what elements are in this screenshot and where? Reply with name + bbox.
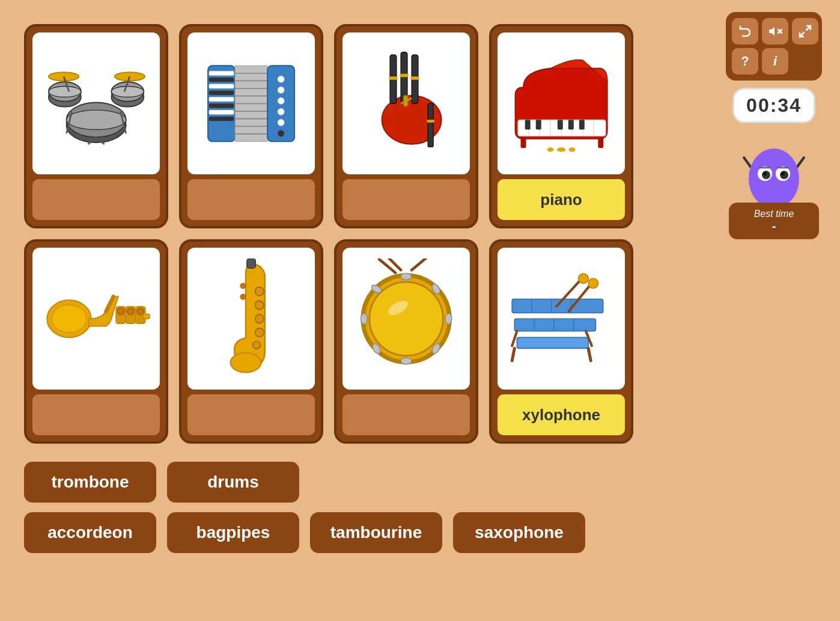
svg-point-82	[255, 301, 264, 310]
svg-rect-47	[428, 103, 433, 147]
word-bank: trombone drums accordeon bagpipes tambou…	[24, 462, 816, 553]
svg-point-90	[370, 282, 443, 356]
svg-point-2	[66, 110, 126, 129]
svg-point-8	[111, 86, 144, 97]
svg-point-86	[240, 283, 246, 289]
trumpet-image	[32, 248, 160, 390]
svg-rect-22	[209, 97, 234, 101]
info-button[interactable]: i	[762, 48, 788, 75]
tambourine-card[interactable]	[334, 239, 478, 444]
svg-point-40	[278, 108, 284, 115]
bagpipes-word[interactable]: bagpipes	[167, 512, 299, 553]
trumpet-card-label	[32, 394, 160, 435]
piano-image	[498, 32, 625, 174]
svg-rect-105	[517, 337, 588, 348]
svg-point-39	[278, 97, 284, 104]
sidebar: ? i 00:34 Best time -	[726, 12, 822, 239]
mascot-icon	[738, 130, 810, 209]
svg-point-131	[763, 172, 767, 176]
svg-point-77	[127, 308, 134, 314]
bagpipes-card[interactable]	[334, 24, 478, 228]
svg-point-83	[255, 314, 264, 323]
saxophone-card[interactable]	[179, 239, 323, 444]
saxophone-image	[187, 248, 315, 390]
controls-panel: ? i	[726, 12, 822, 81]
svg-rect-19	[209, 78, 234, 82]
svg-point-84	[255, 328, 264, 337]
svg-rect-24	[209, 110, 234, 114]
svg-rect-65	[568, 120, 574, 129]
svg-rect-48	[389, 76, 397, 79]
svg-rect-67	[520, 137, 526, 148]
svg-rect-63	[536, 120, 541, 129]
svg-point-80	[230, 353, 261, 373]
word-row-1: trombone drums	[24, 462, 816, 503]
xylophone-card[interactable]: xylophone	[489, 239, 633, 444]
svg-point-42	[278, 130, 284, 136]
help-button[interactable]: ?	[732, 48, 758, 75]
svg-rect-50	[410, 76, 419, 79]
bagpipes-card-label	[342, 179, 470, 220]
drums-image	[32, 32, 160, 174]
svg-line-116	[512, 348, 514, 360]
svg-point-5	[49, 86, 81, 97]
svg-rect-49	[400, 73, 408, 76]
svg-point-37	[278, 76, 284, 82]
main-area: piano	[0, 0, 840, 565]
drums-word[interactable]: drums	[167, 462, 299, 503]
mascot-area: Best time -	[729, 130, 819, 239]
svg-point-75	[117, 308, 124, 314]
svg-rect-64	[558, 120, 563, 129]
word-row-2: accordeon bagpipes tambourine saxophone	[24, 512, 816, 553]
trombone-word[interactable]: trombone	[24, 462, 156, 503]
svg-rect-104	[514, 319, 595, 331]
svg-point-115	[588, 278, 598, 288]
svg-point-94	[445, 313, 452, 324]
accordion-card[interactable]	[179, 24, 323, 228]
svg-point-92	[401, 273, 412, 280]
undo-button[interactable]	[732, 18, 758, 44]
svg-rect-18	[209, 71, 234, 75]
accordion-card-label	[187, 179, 315, 220]
svg-rect-51	[427, 120, 434, 123]
svg-point-81	[255, 287, 264, 296]
saxophone-word[interactable]: saxophone	[453, 512, 585, 553]
best-time-value: -	[741, 219, 807, 233]
svg-point-41	[278, 119, 284, 126]
svg-point-73	[52, 305, 86, 332]
svg-rect-88	[247, 258, 256, 268]
trumpet-card[interactable]	[24, 239, 168, 444]
svg-point-96	[401, 358, 412, 364]
svg-line-118	[512, 331, 517, 346]
svg-rect-20	[209, 84, 234, 88]
timer-display: 00:34	[732, 88, 815, 123]
best-time-label: Best time	[741, 209, 807, 219]
svg-point-71	[569, 147, 576, 151]
svg-line-117	[588, 348, 591, 360]
fullscreen-button[interactable]	[792, 18, 818, 44]
accordion-image	[187, 32, 315, 174]
saxophone-card-label	[187, 394, 315, 435]
svg-rect-21	[209, 90, 234, 94]
drums-card-label	[32, 179, 160, 220]
piano-card[interactable]: piano	[489, 24, 633, 228]
svg-point-126	[749, 148, 799, 209]
svg-rect-25	[209, 117, 234, 121]
svg-point-70	[547, 147, 554, 151]
xylophone-card-label: xylophone	[498, 394, 625, 435]
tambourine-word[interactable]: tambourine	[310, 512, 442, 553]
accordeon-word[interactable]: accordeon	[24, 512, 156, 553]
svg-point-69	[557, 147, 565, 151]
svg-line-101	[412, 258, 428, 270]
drums-card[interactable]	[24, 24, 168, 228]
svg-point-132	[781, 172, 785, 176]
mute-button[interactable]	[762, 18, 788, 44]
svg-rect-62	[525, 120, 531, 129]
cards-grid: piano	[24, 24, 816, 444]
svg-rect-68	[598, 137, 603, 148]
svg-point-98	[361, 313, 367, 324]
bagpipes-image	[342, 32, 470, 174]
piano-card-label: piano	[498, 179, 625, 220]
svg-point-87	[240, 294, 246, 299]
svg-rect-23	[209, 103, 234, 108]
